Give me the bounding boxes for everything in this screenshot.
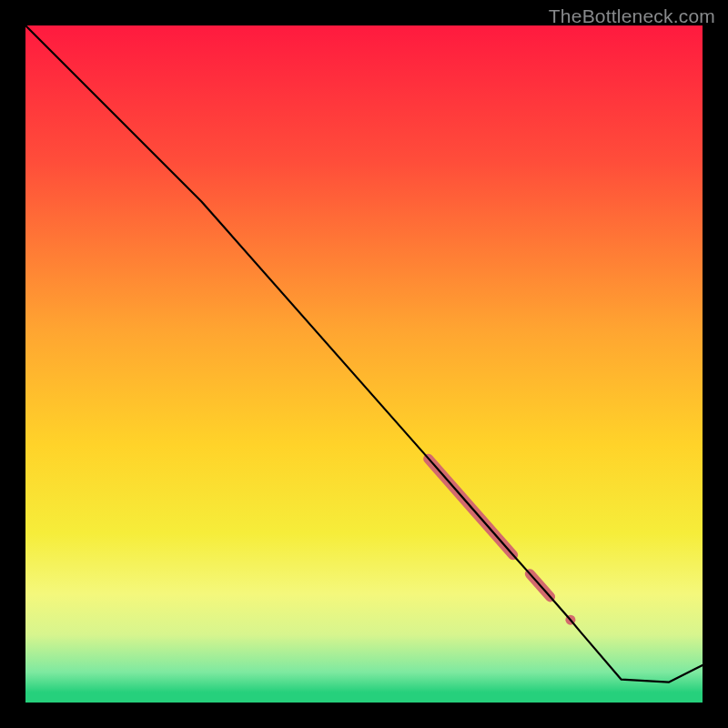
chart-frame: TheBottleneck.com bbox=[0, 0, 728, 728]
watermark-text: TheBottleneck.com bbox=[549, 5, 715, 27]
plot-area bbox=[25, 25, 703, 703]
chart-svg bbox=[25, 25, 703, 703]
